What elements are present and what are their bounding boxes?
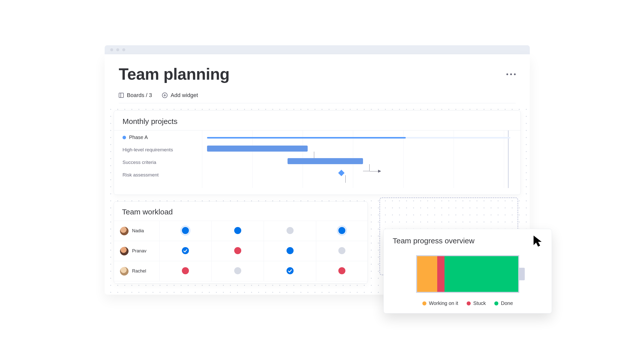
gantt-task-row[interactable]: High-level requirements (123, 147, 173, 153)
gantt-connector (345, 175, 346, 183)
avatar (120, 247, 129, 255)
gantt-chart[interactable]: Phase A High-level requirements Success … (114, 130, 520, 188)
legend-label: Stuck (473, 300, 486, 306)
person-name: Rachel (132, 268, 146, 274)
window-dot (116, 48, 119, 51)
table-row: Pranav (114, 241, 368, 261)
table-row: Nadia (114, 221, 368, 241)
table-row: Rachel (114, 261, 368, 281)
plus-circle-icon (162, 93, 168, 98)
workload-person[interactable]: Nadia (120, 227, 159, 235)
workload-cell[interactable] (234, 247, 241, 254)
team-workload-widget[interactable]: Team workload Nadia (114, 201, 368, 284)
widget-title: Monthly projects (114, 117, 520, 130)
arrow-right-icon (378, 170, 381, 173)
battery-segment-stuck (437, 256, 444, 292)
workload-cell[interactable] (234, 267, 241, 274)
boards-count-button[interactable]: Boards / 3 (119, 92, 152, 99)
legend-dot-icon (494, 301, 498, 305)
person-name: Pranav (132, 248, 146, 254)
gantt-phase-row[interactable]: Phase A (123, 134, 148, 140)
workload-cell[interactable] (182, 227, 189, 234)
workload-person[interactable]: Rachel (120, 267, 159, 276)
boards-count-label: Boards / 3 (127, 92, 152, 99)
avatar (120, 267, 129, 276)
gantt-task-row[interactable]: Risk assessment (123, 172, 159, 178)
legend-item-working[interactable]: Working on it (422, 300, 458, 306)
workload-cell[interactable] (182, 247, 189, 254)
workload-cell[interactable] (287, 247, 294, 254)
gantt-connector (363, 164, 370, 171)
battery-cap-icon (519, 268, 525, 280)
monthly-projects-widget[interactable]: Monthly projects Phase A (114, 110, 521, 195)
workload-cell[interactable] (338, 267, 345, 274)
gantt-task-bar[interactable] (207, 146, 308, 152)
legend-item-done[interactable]: Done (494, 300, 513, 306)
legend-item-stuck[interactable]: Stuck (467, 300, 486, 306)
window-dot (122, 48, 125, 51)
window-dot (110, 48, 113, 51)
workload-cell[interactable] (338, 247, 345, 254)
team-progress-widget[interactable]: Team progress overview Working on it Stu… (383, 229, 552, 313)
gantt-today-marker (508, 130, 509, 188)
workload-cell[interactable] (234, 227, 241, 234)
legend-label: Working on it (429, 300, 458, 306)
gantt-phase-bar[interactable] (207, 137, 406, 139)
progress-legend: Working on it Stuck Done (393, 300, 543, 306)
gantt-task-bar[interactable] (288, 158, 363, 164)
gantt-task-label: High-level requirements (123, 147, 173, 153)
boards-icon (119, 93, 124, 98)
add-widget-button[interactable]: Add widget (162, 92, 198, 99)
gantt-connector (370, 171, 379, 171)
legend-dot-icon (467, 301, 471, 305)
gantt-phase-label: Phase A (129, 134, 148, 140)
gantt-task-label: Success criteria (123, 160, 156, 165)
avatar (120, 227, 129, 235)
person-name: Nadia (132, 228, 144, 234)
workload-cell[interactable] (182, 267, 189, 274)
legend-dot-icon (422, 301, 426, 305)
phase-dot-icon (123, 136, 126, 139)
gantt-task-label: Risk assessment (123, 172, 159, 178)
progress-battery-chart (416, 255, 519, 293)
gantt-milestone[interactable] (338, 170, 344, 176)
add-widget-label: Add widget (171, 92, 198, 99)
gantt-connector (308, 152, 314, 159)
battery-segment-done (445, 256, 518, 292)
legend-label: Done (501, 300, 513, 306)
widget-title: Team progress overview (393, 237, 474, 245)
widget-title: Team workload (114, 208, 368, 221)
gantt-phase-remaining (406, 137, 510, 139)
workload-table: Nadia Pranav (114, 221, 368, 281)
gantt-task-row[interactable]: Success criteria (123, 160, 156, 165)
workload-cell[interactable] (338, 227, 345, 234)
page-title: Team planning (119, 65, 229, 83)
workload-person[interactable]: Pranav (120, 247, 159, 255)
browser-chrome (105, 45, 530, 54)
workload-cell[interactable] (287, 267, 294, 274)
more-menu-button[interactable] (506, 73, 516, 75)
battery-segment-working (417, 256, 437, 292)
workload-cell[interactable] (287, 227, 294, 234)
